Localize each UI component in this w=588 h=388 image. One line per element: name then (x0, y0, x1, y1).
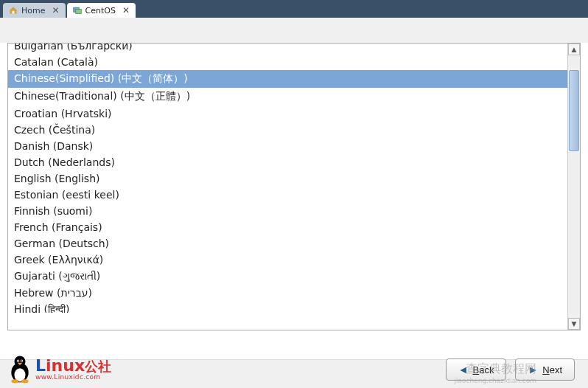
logo-text: Linux公社 www.Linuxidc.com (35, 358, 111, 381)
language-list[interactable]: Bulgarian (Български)Catalan (Català)Chi… (8, 44, 567, 330)
scroll-down-button[interactable]: ▼ (568, 318, 580, 330)
navigation-buttons: ◄ Back ► Next (446, 358, 575, 381)
list-item[interactable]: Danish (Dansk) (8, 138, 567, 154)
close-icon[interactable]: ✕ (52, 5, 59, 15)
list-item[interactable]: English (English) (8, 170, 567, 187)
list-item[interactable]: Croatian (Hrvatski) (8, 105, 567, 122)
arrow-left-icon: ◄ (458, 364, 469, 375)
close-icon[interactable]: ✕ (122, 5, 130, 15)
arrow-right-icon: ► (528, 364, 538, 375)
list-item[interactable]: German (Deutsch) (8, 235, 567, 252)
logo-url: www.Linuxidc.com (35, 374, 111, 381)
next-button[interactable]: ► Next (515, 358, 575, 381)
tab-centos[interactable]: CentOS ✕ (67, 3, 136, 18)
language-list-container: Bulgarian (Български)Catalan (Català)Chi… (7, 43, 581, 330)
list-item[interactable]: Greek (Ελληνικά) (8, 252, 567, 268)
vm-icon (73, 6, 82, 15)
installer-content: Bulgarian (Български)Catalan (Català)Chi… (0, 43, 588, 360)
list-item[interactable]: Hindi (हिन्दी) (8, 301, 567, 313)
tab-bar: Home ✕ CentOS ✕ (0, 0, 588, 18)
svg-rect-1 (75, 10, 81, 14)
penguin-icon (7, 354, 32, 384)
svg-point-8 (21, 360, 23, 361)
list-item[interactable]: Chinese(Traditional) (中文（正體）) (8, 88, 567, 105)
tab-label: CentOS (85, 6, 116, 15)
list-item[interactable]: Chinese(Simplified) (中文（简体）) (8, 70, 567, 88)
logo-suffix: 公社 (85, 358, 111, 374)
next-button-label: Next (542, 364, 562, 375)
list-item[interactable]: Hebrew (עברית) (8, 285, 567, 301)
scroll-thumb[interactable] (569, 70, 579, 151)
list-item[interactable]: Finnish (suomi) (8, 203, 567, 219)
list-item[interactable]: Estonian (eesti keel) (8, 187, 567, 203)
list-item[interactable]: Catalan (Català) (8, 54, 567, 70)
svg-point-9 (11, 379, 18, 383)
watermark-logo: Linux公社 www.Linuxidc.com (7, 354, 111, 384)
svg-point-10 (21, 379, 29, 383)
list-item[interactable]: Dutch (Nederlands) (8, 154, 567, 170)
scroll-up-button[interactable]: ▲ (568, 44, 580, 55)
list-item[interactable]: Bulgarian (Български) (8, 44, 567, 54)
logo-letter: L (35, 356, 46, 375)
tab-label: Home (21, 6, 45, 15)
list-item[interactable]: French (Français) (8, 219, 567, 235)
scrollbar[interactable]: ▲ ▼ (567, 44, 580, 330)
logo-word: inux (46, 356, 85, 375)
home-icon (9, 6, 18, 15)
scroll-track[interactable] (568, 55, 580, 318)
back-button-label: Back (473, 364, 494, 375)
svg-point-7 (18, 360, 19, 361)
tab-home[interactable]: Home ✕ (3, 3, 66, 18)
list-item[interactable]: Gujarati (ગુજરાતી) (8, 268, 567, 285)
svg-point-4 (15, 356, 26, 367)
list-item[interactable]: Czech (Čeština) (8, 122, 567, 138)
back-button[interactable]: ◄ Back (446, 358, 507, 381)
